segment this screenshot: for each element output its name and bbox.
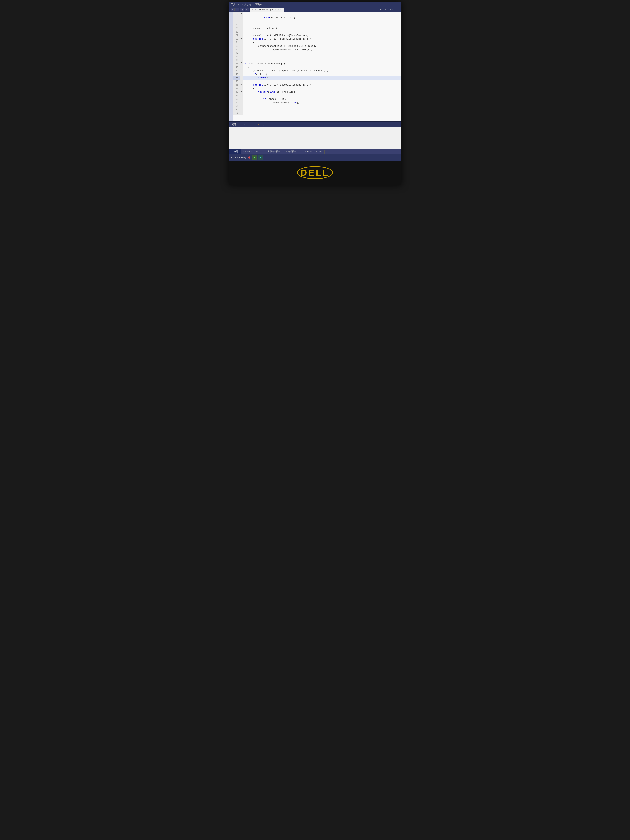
code-line: { (243, 94, 401, 98)
file-tab[interactable]: mainwindow.cpp* ⊙ ✕ ≡ (250, 8, 284, 12)
code-line: { (243, 87, 401, 90)
toolbar-prev-icon[interactable]: ‹ (248, 123, 250, 126)
table-row: 40 void MainWindow::checkchange() (233, 62, 401, 66)
dell-logo: DELL (297, 166, 333, 179)
table-row: 48 foreach(auto it, checklist) (233, 90, 401, 94)
line-number: 49 (233, 94, 240, 98)
toolbar-sync-icon[interactable]: ⬆ (243, 123, 246, 126)
project-teal-icon[interactable]: ▶ (258, 155, 264, 160)
table-row: 39 (233, 58, 401, 62)
code-line: for(int i = 0; i < checklist.count(); i+… (243, 83, 401, 87)
tab-controls: ⊙ ✕ ≡ (275, 8, 281, 11)
table-row: 29 { (233, 23, 401, 27)
line-number: 40 (233, 62, 240, 66)
table-row: 36 this,&MainWindow::checkchange); (233, 48, 401, 51)
tb-box-btn[interactable]: □ (235, 8, 239, 11)
code-line: { (243, 66, 401, 69)
code-table: 28 void MainWindow::init() 29 { (233, 13, 401, 115)
line-number: 28 (233, 13, 240, 23)
tab-issues[interactable]: 1 问题 (229, 149, 241, 154)
tb-grid-btn[interactable]: ⊞ (231, 8, 235, 11)
table-row: 37 } (233, 51, 401, 55)
left-sidebar (229, 13, 233, 122)
code-line: } (243, 55, 401, 58)
tab-app-output[interactable]: 3 应用程序输出 (263, 149, 283, 154)
table-row: 49 { (233, 94, 401, 98)
table-row: 51 it->setChecked(false); (233, 101, 401, 105)
toolbar-next-icon[interactable]: › (252, 123, 255, 126)
line-number: 43 (233, 73, 240, 76)
bottom-tab-bar: 1 问题 2 Search Results 3 应用程序输出 4 编译输出 5 … (229, 149, 401, 154)
table-row: 38 } (233, 55, 401, 58)
table-row: 31 (233, 30, 401, 34)
line-number: 35 (233, 44, 240, 48)
tab-close-icon[interactable]: ✕ (278, 8, 279, 11)
dell-oval: DELL (297, 166, 333, 179)
line-number: 38 (233, 55, 240, 58)
code-editor[interactable]: 28 void MainWindow::init() 29 { (233, 13, 401, 122)
code-line: checklist.clear(); (243, 27, 401, 30)
code-line (243, 80, 401, 84)
tab-num-2: 2 (243, 151, 244, 153)
tab-label-compile: 编译输出 (288, 150, 297, 153)
line-number: 46 (233, 83, 240, 87)
code-line (243, 58, 401, 62)
bottom-toolbar: 问题 ⬆ ‹ › ⚠ ▽ (229, 122, 401, 127)
tab-search-results[interactable]: 2 Search Results (241, 150, 263, 154)
line-number: 45 (233, 80, 240, 84)
table-row: 30 checklist.clear(); (233, 27, 401, 30)
tab-label-issues: 问题 (234, 150, 238, 153)
bottom-project-bar: onChoiceDialog ✕ ▶ ▶ (229, 154, 401, 161)
line-number: 52 (233, 104, 240, 108)
tb-forward-btn[interactable]: ▷ (245, 8, 249, 11)
tab-num-3: 3 (265, 151, 267, 153)
tab-debugger[interactable]: 5 Debugger Console (299, 150, 325, 154)
tab-menu-icon[interactable]: ≡ (280, 8, 281, 11)
table-row: 42 QCheckBox *check= qobject_cast<QCheck… (233, 69, 401, 73)
bottom-panel: 问题 ⬆ ‹ › ⚠ ▽ (229, 122, 401, 149)
code-line: { (243, 23, 401, 27)
tab-label-debugger: Debugger Console (304, 150, 322, 153)
line-number: 30 (233, 27, 240, 30)
table-row: 32 checklist = findChildren<QCheckBox*>(… (233, 33, 401, 37)
toolbar-warning-icon[interactable]: ⚠ (257, 123, 260, 126)
menu-help[interactable]: 帮助(H) (254, 3, 262, 6)
code-line: void MainWindow::checkchange() (243, 62, 401, 66)
main-content: 28 void MainWindow::init() 29 { (229, 13, 401, 122)
line-number: 33 (233, 37, 240, 41)
line-number: 29 (233, 23, 240, 27)
bottom-content (229, 127, 401, 149)
code-line: { (243, 41, 401, 44)
code-line: it->setChecked(false); (243, 101, 401, 105)
screen: 工具(T) 软件(W) 帮助(H) ⊞ □ ◁ ▷ mainwindow.cpp… (229, 2, 401, 185)
code-line: void MainWindow::init() (243, 13, 401, 23)
code-line: } (243, 112, 401, 115)
panel-label: 问题 (231, 122, 237, 126)
table-row: 47 { (233, 87, 401, 90)
table-row: 52 } (233, 104, 401, 108)
menu-tools[interactable]: 工具(T) (231, 3, 239, 6)
menu-software[interactable]: 软件(W) (242, 3, 251, 6)
tab-dot-icon[interactable]: ⊙ (275, 8, 276, 11)
line-number: 37 (233, 51, 240, 55)
tb-back-btn[interactable]: ◁ (240, 8, 244, 11)
code-line: } (243, 51, 401, 55)
line-number: 54 (233, 112, 240, 115)
project-green-icon[interactable]: ▶ (252, 155, 257, 160)
line-number: 34 (233, 41, 240, 44)
tab-label-search: Search Results (245, 150, 260, 153)
project-close-btn[interactable]: ✕ (248, 156, 250, 159)
code-line: if(!check) (243, 73, 401, 76)
table-row: 28 void MainWindow::init() (233, 13, 401, 23)
code-line[interactable]: return; (243, 76, 401, 80)
right-tab-label: MainWindow::ini (380, 8, 399, 11)
line-number: 53 (233, 108, 240, 112)
line-number: 36 (233, 48, 240, 51)
code-line: } (243, 104, 401, 108)
titlebar-controls: ⊞ □ ◁ ▷ (231, 8, 249, 11)
tab-compile[interactable]: 4 编译输出 (283, 149, 299, 154)
table-row: 34 { (233, 41, 401, 44)
toolbar-filter-icon[interactable]: ▽ (262, 123, 265, 126)
table-row: 35 connect(checklist[i],&QCheckBox::clic… (233, 44, 401, 48)
project-name: onChoiceDialog (231, 156, 246, 159)
